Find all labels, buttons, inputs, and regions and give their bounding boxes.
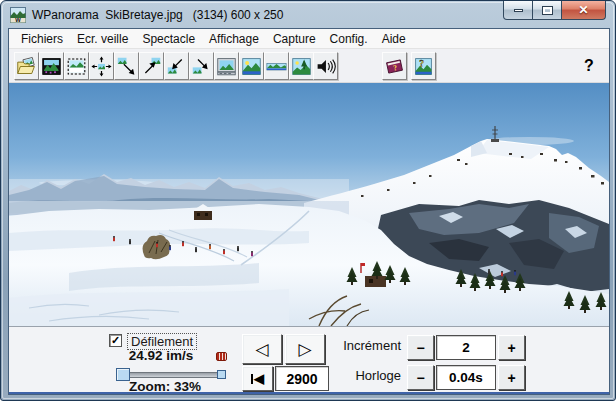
clock-minus-button[interactable]: − bbox=[407, 365, 434, 390]
app-window: w WPanorama SkiBretaye.jpg (3134) 600 x … bbox=[0, 0, 616, 401]
window-controls: ✕ bbox=[503, 1, 606, 20]
menu-affichage[interactable]: Affichage bbox=[202, 30, 266, 48]
maximize-button[interactable] bbox=[533, 1, 562, 20]
help-book-icon: ? bbox=[384, 56, 405, 77]
image-tree-icon bbox=[291, 56, 312, 77]
toolbar: ? ? ? bbox=[9, 49, 609, 83]
scroll-left-button[interactable]: ◁ bbox=[242, 334, 282, 364]
slideshow-button[interactable] bbox=[289, 52, 314, 80]
landscape-icon bbox=[241, 56, 262, 77]
about-button[interactable]: ? bbox=[411, 52, 436, 80]
view-window-button[interactable] bbox=[64, 52, 89, 80]
clock-field[interactable] bbox=[436, 365, 496, 390]
selection-frame-icon bbox=[66, 56, 87, 77]
zoom-slider-endcap bbox=[217, 370, 226, 379]
dark-image-icon bbox=[41, 56, 62, 77]
svg-text:?: ? bbox=[419, 58, 424, 69]
clock-plus-button[interactable]: + bbox=[498, 365, 525, 390]
monitor-icon bbox=[216, 56, 237, 77]
position-field[interactable] bbox=[275, 366, 329, 391]
pan-up-left-button[interactable] bbox=[114, 52, 139, 80]
open-file-icon bbox=[16, 56, 37, 77]
window-title: WPanorama SkiBretaye.jpg (3134) 600 x 25… bbox=[32, 8, 283, 22]
help-button[interactable]: ? bbox=[579, 55, 599, 77]
clock-label: Horloge bbox=[327, 368, 401, 383]
minimize-icon bbox=[514, 9, 523, 12]
control-panel: ✓ Défilement 24.92 im/s Zoom: 33% ◁ ▷ ◀ bbox=[9, 326, 609, 394]
go-to-start-bar-icon bbox=[251, 374, 253, 384]
open-panorama-button[interactable] bbox=[14, 52, 39, 80]
scroll-right-button[interactable]: ▷ bbox=[285, 334, 325, 364]
pan-down-right-button[interactable] bbox=[189, 52, 214, 80]
close-button[interactable]: ✕ bbox=[562, 1, 606, 20]
arrow-to-image-br-icon bbox=[191, 56, 212, 77]
speaker-icon bbox=[315, 56, 336, 77]
app-icon[interactable]: w bbox=[10, 7, 26, 23]
pan-up-right-button[interactable] bbox=[139, 52, 164, 80]
move-arrows-icon bbox=[91, 56, 112, 77]
plus-icon: + bbox=[507, 370, 515, 386]
next-arrow-icon: ▷ bbox=[298, 339, 311, 360]
panorama-strip-icon bbox=[266, 56, 287, 77]
fullscreen-button[interactable] bbox=[239, 52, 264, 80]
plus-icon: + bbox=[507, 340, 515, 356]
defilement-checkbox[interactable]: ✓ bbox=[109, 334, 122, 347]
sound-button[interactable] bbox=[313, 52, 338, 80]
arrow-to-image-bl-icon bbox=[166, 56, 187, 77]
help-book-button[interactable]: ? bbox=[382, 52, 407, 80]
arrow-to-image-tl-icon bbox=[116, 56, 137, 77]
menu-config[interactable]: Config. bbox=[323, 30, 375, 48]
zoom-slider-track[interactable] bbox=[116, 372, 226, 378]
arrow-to-image-tr-icon bbox=[141, 56, 162, 77]
client-area: Fichiers Ecr. veille Spectacle Affichage… bbox=[9, 29, 609, 394]
minimize-button[interactable] bbox=[503, 1, 533, 20]
panorama-image[interactable] bbox=[9, 83, 609, 326]
maximize-icon bbox=[542, 6, 553, 15]
increment-plus-button[interactable]: + bbox=[498, 335, 525, 360]
menu-fichiers[interactable]: Fichiers bbox=[14, 30, 70, 48]
pan-free-button[interactable] bbox=[89, 52, 114, 80]
display-dark-button[interactable] bbox=[39, 52, 64, 80]
menu-bar: Fichiers Ecr. veille Spectacle Affichage… bbox=[9, 29, 609, 49]
panorama-viewport bbox=[9, 83, 609, 326]
menu-aide[interactable]: Aide bbox=[375, 30, 413, 48]
pan-down-left-button[interactable] bbox=[164, 52, 189, 80]
minus-icon: − bbox=[416, 370, 424, 386]
svg-text:w: w bbox=[14, 16, 21, 23]
menu-capture[interactable]: Capture bbox=[266, 30, 323, 48]
panorama-strip-button[interactable] bbox=[264, 52, 289, 80]
go-to-start-arrow-icon: ◀ bbox=[254, 371, 264, 386]
prev-arrow-icon: ◁ bbox=[255, 339, 268, 360]
speed-indicator-icon bbox=[216, 352, 227, 361]
zoom-readout: Zoom: 33% bbox=[109, 379, 221, 394]
increment-minus-button[interactable]: − bbox=[407, 335, 434, 360]
screensaver-button[interactable] bbox=[214, 52, 239, 80]
menu-ecr-veille[interactable]: Ecr. veille bbox=[70, 30, 135, 48]
minus-icon: − bbox=[416, 340, 424, 356]
close-icon: ✕ bbox=[578, 4, 588, 16]
menu-spectacle[interactable]: Spectacle bbox=[135, 30, 202, 48]
title-bar[interactable]: w WPanorama SkiBretaye.jpg (3134) 600 x … bbox=[1, 1, 615, 29]
check-icon: ✓ bbox=[111, 335, 120, 346]
increment-field[interactable] bbox=[436, 335, 496, 360]
speed-readout: 24.92 im/s bbox=[105, 348, 217, 363]
go-to-start-button[interactable]: ◀ bbox=[242, 366, 273, 391]
about-image-icon: ? bbox=[413, 56, 434, 77]
increment-label: Incrément bbox=[327, 338, 401, 353]
